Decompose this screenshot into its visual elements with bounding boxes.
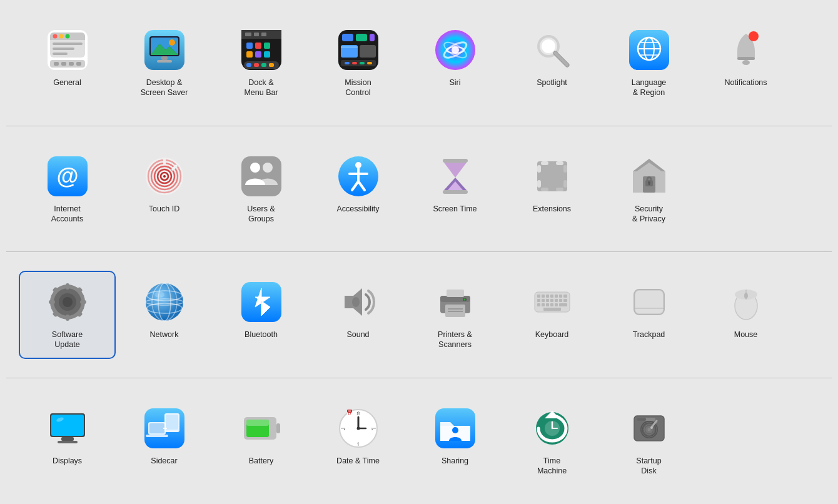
general-item[interactable]: General — [19, 19, 116, 107]
notifications-label: Notifications — [724, 78, 767, 88]
svg-rect-31 — [264, 43, 270, 49]
notifications-icon — [724, 28, 769, 73]
svg-rect-135 — [448, 311, 463, 312]
svg-rect-37 — [254, 63, 259, 67]
svg-rect-21 — [161, 56, 168, 60]
svg-rect-143 — [546, 295, 549, 298]
printers-scanners-item[interactable]: Printers &Scanners — [406, 271, 503, 359]
accessibility-item[interactable]: Accessibility — [310, 145, 406, 233]
svg-rect-98 — [537, 180, 541, 188]
security-privacy-item[interactable]: Security& Privacy — [600, 145, 697, 233]
time-machine-icon — [530, 406, 575, 451]
siri-item[interactable]: Siri — [406, 19, 503, 107]
svg-rect-153 — [559, 299, 562, 302]
svg-point-120 — [63, 297, 73, 307]
svg-rect-38 — [261, 63, 266, 67]
displays-label: Displays — [53, 456, 82, 466]
general-label: General — [53, 78, 81, 88]
svg-text:JUL: JUL — [347, 410, 351, 413]
battery-item[interactable]: Battery — [213, 397, 310, 485]
sound-item[interactable]: Sound — [310, 271, 406, 359]
svg-rect-82 — [241, 156, 281, 196]
desktop-screensaver-item[interactable]: Desktop &Screen Saver — [116, 19, 213, 107]
bluetooth-item[interactable]: Bluetooth — [213, 271, 310, 359]
svg-rect-156 — [542, 303, 545, 306]
spotlight-item[interactable]: Spotlight — [503, 19, 600, 107]
internet-accounts-item[interactable]: @ InternetAccounts — [19, 145, 116, 233]
svg-point-6 — [65, 34, 69, 39]
extensions-icon — [530, 154, 575, 199]
svg-rect-9 — [53, 53, 68, 55]
section-3: SoftwareUpdate — [0, 252, 838, 378]
software-update-item[interactable]: SoftwareUpdate — [19, 271, 116, 359]
svg-rect-32 — [246, 51, 253, 58]
security-privacy-icon — [627, 154, 672, 199]
extensions-item[interactable]: Extensions — [503, 145, 600, 233]
date-time-item[interactable]: 12 3 6 9 — [310, 397, 406, 485]
keyboard-item[interactable]: Keyboard — [503, 271, 600, 359]
mouse-item[interactable]: Mouse — [697, 271, 794, 359]
svg-rect-49 — [352, 62, 357, 64]
notifications-item[interactable]: Notifications — [697, 19, 794, 107]
time-machine-item[interactable]: TimeMachine — [503, 397, 600, 485]
svg-rect-51 — [367, 62, 372, 64]
touch-id-label: Touch ID — [149, 204, 179, 214]
users-groups-label: Users &Groups — [247, 204, 275, 224]
siri-label: Siri — [449, 78, 460, 88]
sidecar-icon — [142, 406, 187, 451]
date-time-label: Date & Time — [336, 456, 380, 466]
svg-point-56 — [452, 46, 459, 54]
network-icon — [142, 280, 187, 325]
svg-rect-160 — [559, 303, 567, 306]
svg-rect-28 — [261, 33, 266, 36]
svg-rect-158 — [550, 303, 553, 306]
displays-item[interactable]: Displays — [19, 397, 116, 485]
svg-rect-30 — [255, 43, 261, 49]
startup-disk-item[interactable]: StartupDisk — [600, 397, 697, 485]
battery-icon — [239, 406, 284, 451]
touch-id-item[interactable]: Touch ID — [116, 145, 213, 233]
spotlight-icon — [530, 28, 575, 73]
svg-rect-111 — [66, 283, 69, 290]
svg-rect-172 — [51, 415, 84, 436]
svg-rect-159 — [555, 303, 558, 306]
svg-rect-42 — [356, 34, 367, 41]
language-region-item[interactable]: Language& Region — [600, 19, 697, 107]
svg-rect-186 — [246, 420, 269, 426]
sidecar-item[interactable]: Sidecar — [116, 397, 213, 485]
internet-accounts-icon: @ — [45, 154, 90, 199]
users-groups-item[interactable]: Users &Groups — [213, 145, 310, 233]
mission-control-item[interactable]: MissionControl — [310, 19, 406, 107]
desktop-screensaver-label: Desktop &Screen Saver — [141, 78, 188, 98]
svg-rect-11 — [54, 62, 59, 66]
svg-rect-22 — [157, 60, 172, 63]
network-item[interactable]: Network — [116, 271, 213, 359]
trackpad-icon — [627, 280, 672, 325]
printers-scanners-icon — [433, 280, 478, 325]
siri-icon — [433, 28, 478, 73]
grid-2: @ InternetAccounts — [6, 139, 832, 239]
svg-point-84 — [263, 163, 273, 173]
bluetooth-icon — [239, 280, 284, 325]
users-groups-icon — [239, 154, 284, 199]
displays-icon — [45, 406, 90, 451]
svg-rect-101 — [563, 165, 567, 173]
trackpad-item[interactable]: Trackpad — [600, 271, 697, 359]
svg-rect-184 — [276, 423, 280, 433]
dock-menubar-item[interactable]: Dock &Menu Bar — [213, 19, 310, 107]
svg-rect-164 — [635, 291, 663, 313]
trackpad-label: Trackpad — [633, 330, 665, 340]
svg-point-198 — [356, 426, 360, 430]
svg-rect-95 — [541, 161, 548, 165]
svg-rect-48 — [345, 62, 350, 64]
software-update-icon — [45, 280, 90, 325]
svg-point-59 — [542, 39, 555, 53]
language-region-label: Language& Region — [632, 78, 667, 98]
svg-rect-46 — [360, 45, 376, 58]
screen-time-item[interactable]: Screen Time — [406, 145, 503, 233]
svg-rect-29 — [246, 43, 253, 49]
startup-disk-icon — [627, 406, 672, 451]
sharing-item[interactable]: Sharing — [406, 397, 503, 485]
printers-scanners-label: Printers &Scanners — [438, 330, 472, 350]
time-machine-label: TimeMachine — [537, 456, 567, 476]
